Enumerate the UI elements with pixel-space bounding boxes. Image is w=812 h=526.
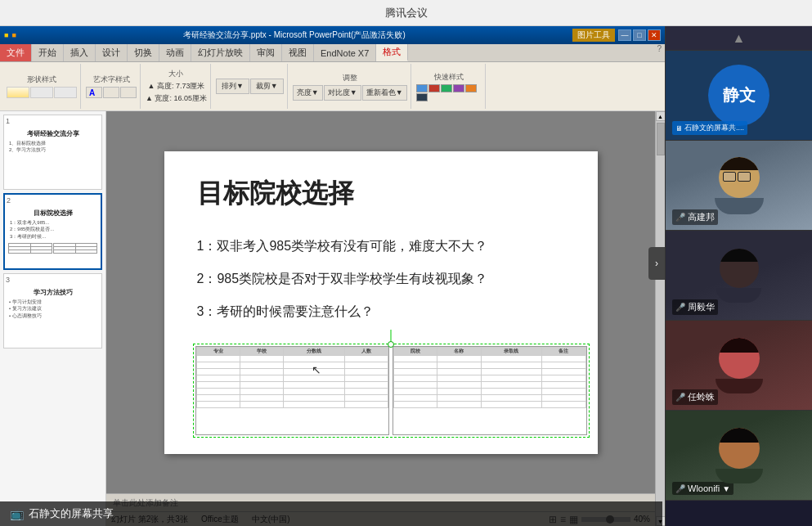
participant-avatar-shi-jingwen: 静文 xyxy=(708,65,769,126)
tab-review[interactable]: 审阅 xyxy=(250,44,282,61)
toolbar-adjust: 调整 亮度▼ 对比度▼ 重新着色▼ xyxy=(289,64,411,109)
title-bar: 腾讯会议 xyxy=(0,0,812,26)
btn-brightness[interactable]: 亮度▼ xyxy=(293,85,323,101)
ppt-toolbar: 形状样式 艺术字样式 A xyxy=(0,62,665,111)
minimize-button[interactable]: — xyxy=(618,29,631,41)
tab-endnote[interactable]: EndNote X7 xyxy=(314,44,376,61)
screen-share-icon: 📺 xyxy=(10,507,24,520)
tab-slideshow[interactable]: 幻灯片放映 xyxy=(191,44,250,61)
mic-muted-icon: 🎤 xyxy=(675,393,685,402)
scroll-up-button[interactable]: ▲ xyxy=(666,26,812,51)
ppt-tool-label: 图片工具 xyxy=(572,29,615,42)
scrollbar-thumb[interactable] xyxy=(657,123,665,155)
tab-design[interactable]: 设计 xyxy=(96,44,128,61)
screen-share-area: ■ ■ 考研经验交流分享.pptx - Microsoft PowerPoint… xyxy=(0,26,665,526)
ppt-window-title: 考研经验交流分享.pptx - Microsoft PowerPoint(产品激… xyxy=(20,29,569,41)
screen-share-name: 石静文的屏幕共享 xyxy=(29,506,114,521)
maximize-button[interactable]: □ xyxy=(633,29,646,41)
btn-shape-outline[interactable] xyxy=(30,87,53,98)
slide-bullet-2: 2：985类院校是否对于双非学校学生有歧视现象？ xyxy=(197,269,565,289)
participant-ren-name: 任蛉蛛 xyxy=(688,391,715,403)
ppt-content: 1 考研经验交流分享 1、目标院校选择2、学习方法技巧 2 目标院校选择 1：双… xyxy=(0,111,665,526)
btn-crop[interactable]: 裁剪▼ xyxy=(250,79,284,94)
participant-card-ren-lin: 🎤 任蛉蛛 xyxy=(666,321,812,411)
participant-zhou-name: 周毅华 xyxy=(688,301,715,313)
tab-home[interactable]: 开始 xyxy=(32,44,64,61)
screen-share-label: 📺 石静文的屏幕共享 xyxy=(0,501,662,526)
scroll-up-arrow[interactable]: ▲ xyxy=(656,111,666,121)
chevron-down-icon: ▼ xyxy=(722,484,730,493)
ppt-tabs: 文件 开始 插入 设计 切换 动画 幻灯片放映 审阅 视图 EndNote X7… xyxy=(0,44,665,62)
tab-format[interactable]: 格式 xyxy=(376,44,408,61)
btn-shape-fill[interactable] xyxy=(7,87,29,98)
toolbar-quickstyle: 快速样式 xyxy=(413,64,486,109)
mic-on-icon: 🎤 xyxy=(675,213,685,222)
toolbar-size: 大小 ▲ 高度: 7.73厘米 ▲ 宽度: 16.05厘米 xyxy=(142,64,211,109)
participant-wloonifi-name: Wloonifi xyxy=(688,483,720,493)
slide-bullet-3: 3：考研的时候需要注意什么？ xyxy=(197,302,565,321)
participant-gao-name: 高建邦 xyxy=(688,211,715,223)
participant-shi-name: 石静文的屏幕共.... xyxy=(684,123,744,133)
btn-arrange[interactable]: 排列▼ xyxy=(216,79,249,94)
screen-share-badge: 🖥 石静文的屏幕共.... xyxy=(672,121,747,135)
slide-panel: 1 考研经验交流分享 1、目标院校选择2、学习方法技巧 2 目标院校选择 1：双… xyxy=(0,111,106,526)
participant-card-wloonifi: 🎤 Wloonifi ▼ xyxy=(666,411,812,501)
tab-transition[interactable]: 切换 xyxy=(128,44,159,61)
tab-view[interactable]: 视图 xyxy=(282,44,314,61)
toolbar-position: 排列▼ 裁剪▼ xyxy=(213,64,288,109)
slide-bullet-1: 1：双非考入985类学校有没有可能，难度大不大？ xyxy=(197,236,565,256)
main-slide: 目标院校选择 1：双非考入985类学校有没有可能，难度大不大？ 2：985类院校… xyxy=(106,111,655,526)
close-button[interactable]: ✕ xyxy=(648,29,661,41)
slide-thumb-2[interactable]: 2 目标院校选择 1：双非考入985...2：985类院校是否...3：考研的时… xyxy=(3,193,102,270)
btn-shape-effects[interactable] xyxy=(54,87,77,98)
slide-canvas: 目标院校选择 1：双非考入985类学校有没有可能，难度大不大？ 2：985类院校… xyxy=(106,111,655,493)
main-content: ■ ■ 考研经验交流分享.pptx - Microsoft PowerPoint… xyxy=(0,26,812,526)
slide-title: 目标院校选择 xyxy=(197,176,565,212)
monitor-icon: 🖥 xyxy=(675,124,683,133)
app-title: 腾讯会议 xyxy=(385,6,428,20)
ppt-title-bar: ■ ■ 考研经验交流分享.pptx - Microsoft PowerPoint… xyxy=(0,26,665,44)
btn-contrast[interactable]: 对比度▼ xyxy=(324,85,361,101)
slide-thumb-3[interactable]: 3 学习方法技巧 • 学习计划安排• 复习方法建议• 心态调整技巧 xyxy=(3,273,102,348)
tab-file[interactable]: 文件 xyxy=(0,44,32,61)
participant-card-zhou-yihua: 🎤 周毅华 xyxy=(666,231,812,321)
tab-insert[interactable]: 插入 xyxy=(64,44,96,61)
expand-panel-arrow[interactable]: › xyxy=(648,247,665,280)
participant-badge-gao: 🎤 高建邦 xyxy=(672,209,718,225)
mic-off-icon: 🎤 xyxy=(675,303,685,312)
tab-animation[interactable]: 动画 xyxy=(159,44,191,61)
btn-text-outline[interactable] xyxy=(103,87,119,98)
up-arrow-icon: ▲ xyxy=(733,31,746,46)
btn-text-effects[interactable] xyxy=(120,87,137,98)
toolbar-arrange: 形状样式 xyxy=(3,64,81,109)
mic-muted-icon-2: 🎤 xyxy=(675,484,685,493)
btn-text-fill[interactable]: A xyxy=(86,87,102,98)
participant-badge-zhou: 🎤 周毅华 xyxy=(672,299,718,315)
btn-recolor[interactable]: 重新着色▼ xyxy=(362,85,407,101)
participant-badge-ren: 🎤 任蛉蛛 xyxy=(672,389,718,405)
participant-card-gao-jianbang: 🎤 高建邦 xyxy=(666,141,812,231)
ppt-window: ■ ■ 考研经验交流分享.pptx - Microsoft PowerPoint… xyxy=(0,26,665,526)
slide-scrollbar[interactable]: ▲ ▼ xyxy=(655,111,665,526)
slide-page: 目标院校选择 1：双非考入985类学校有没有可能，难度大不大？ 2：985类院校… xyxy=(164,151,598,454)
slide-thumb-1[interactable]: 1 考研经验交流分享 1、目标院校选择2、学习方法技巧 xyxy=(3,115,102,190)
participant-card-shi-jingwen: 静文 🖥 石静文的屏幕共.... xyxy=(666,51,812,141)
participant-badge-wloonifi: 🎤 Wloonifi ▼ xyxy=(672,482,733,495)
toolbar-wordart: 艺术字样式 A xyxy=(83,64,141,109)
right-panel: ▲ 静文 🖥 石静文的屏幕共.... xyxy=(665,26,812,526)
